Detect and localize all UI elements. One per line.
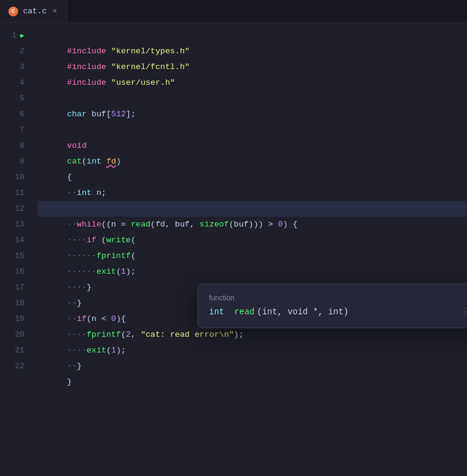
code-line-4	[38, 75, 467, 91]
editor-area: 1▶ 2 3 4 5 6 7 8 9 10 11 12 13 14 15 16 …	[0, 23, 467, 476]
code-line-3: #include "user/user.h"	[38, 59, 467, 75]
tooltip-fn-name: read	[234, 307, 255, 317]
tooltip-params: (int, void *, int)	[257, 307, 348, 317]
code-line-8: cat(int fd)	[38, 138, 467, 154]
line-numbers-column: 1▶ 2 3 4 5 6 7 8 9 10 11 12 13 14 15 16 …	[0, 23, 30, 476]
tab-filename: cat.c	[23, 7, 47, 16]
tab-file-icon: C	[8, 7, 18, 16]
tooltip-space	[227, 307, 231, 317]
tooltip-return-type: int	[209, 307, 224, 317]
code-line-7: void	[38, 122, 467, 138]
code-line-6	[38, 107, 467, 122]
code-line-21: ··}	[38, 343, 467, 359]
tooltip-menu-button[interactable]: ⋮	[461, 306, 467, 318]
code-line-16: ····}	[38, 264, 467, 280]
intellisense-popup: function int read (int, void *, int) ⋮	[197, 283, 467, 328]
code-line-2: #include "kernel/fcntl.h"	[38, 44, 467, 59]
tooltip-signature: int read (int, void *, int) ⋮	[209, 306, 467, 318]
tab-bar: C cat.c ×	[0, 0, 467, 23]
code-line-20: ····exit(1);	[38, 327, 467, 343]
tab-cat-c[interactable]: C cat.c ×	[0, 0, 67, 22]
code-line-12: ··while((n = read(fd, buf, sizeof(buf)))…	[38, 201, 467, 217]
run-icon-line1[interactable]: ▶	[20, 28, 24, 44]
code-line-15: ······exit(1);	[38, 248, 467, 264]
code-line-14: ······fprintf(	[38, 233, 467, 248]
code-line-22: }	[38, 359, 467, 374]
code-line-5: char buf[512];	[38, 91, 467, 107]
code-line-10: ··int n;	[38, 170, 467, 185]
code-line-11	[38, 185, 467, 201]
tab-close-button[interactable]: ×	[51, 6, 58, 17]
code-line-13: ····if (write(	[38, 217, 467, 233]
tooltip-kind-label: function	[209, 294, 467, 302]
code-line-9: {	[38, 154, 467, 170]
code-line-1: #include "kernel/types.h"	[38, 28, 467, 44]
code-content[interactable]: #include "kernel/types.h" #include "kern…	[30, 23, 467, 476]
